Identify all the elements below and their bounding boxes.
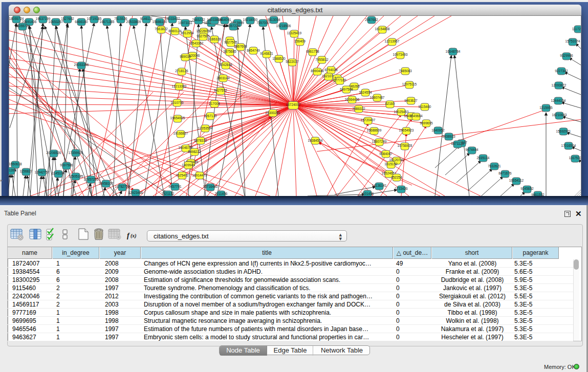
svg-text:12505185: 12505185 <box>69 174 83 178</box>
svg-text:9474444: 9474444 <box>465 148 478 151</box>
svg-text:6871123: 6871123 <box>451 142 464 145</box>
svg-text:10807487: 10807487 <box>370 96 385 99</box>
svg-text:29053346: 29053346 <box>74 63 89 67</box>
svg-text:9329966: 9329966 <box>560 54 573 57</box>
svg-text:9327505: 9327505 <box>224 40 237 44</box>
svg-text:156409: 156409 <box>294 39 306 43</box>
svg-text:1527602: 1527602 <box>61 17 74 20</box>
svg-text:2867608: 2867608 <box>234 45 247 48</box>
svg-text:17957255: 17957255 <box>84 178 99 181</box>
svg-text:7485083: 7485083 <box>399 69 412 73</box>
svg-text:16782759: 16782759 <box>115 185 130 188</box>
svg-text:16033809: 16033809 <box>207 18 222 21</box>
svg-text:10958107: 10958107 <box>99 182 114 185</box>
svg-text:8427552: 8427552 <box>214 89 227 92</box>
svg-text:10688609: 10688609 <box>367 128 382 132</box>
svg-text:14136141: 14136141 <box>372 184 387 187</box>
svg-text:15226058: 15226058 <box>197 29 211 33</box>
svg-text:1167533: 1167533 <box>569 156 581 160</box>
svg-text:f: f <box>127 232 130 239</box>
svg-text:9084067: 9084067 <box>379 152 393 156</box>
svg-text:12444154: 12444154 <box>551 99 566 102</box>
svg-text:8813054: 8813054 <box>267 18 280 21</box>
svg-text:7632621: 7632621 <box>488 164 501 168</box>
svg-text:9115460: 9115460 <box>419 105 431 108</box>
svg-text:10973493: 10973493 <box>393 53 408 56</box>
svg-text:12975115: 12975115 <box>402 82 417 86</box>
svg-text:10756928: 10756928 <box>398 144 412 147</box>
svg-text:19218000: 19218000 <box>243 18 258 21</box>
svg-text:8454749: 8454749 <box>247 49 260 52</box>
svg-text:1010755: 1010755 <box>170 101 184 104</box>
svg-text:1156827: 1156827 <box>20 169 33 173</box>
svg-text:5938923: 5938923 <box>442 135 455 138</box>
svg-text:16543362: 16543362 <box>189 41 204 45</box>
svg-text:2935114: 2935114 <box>477 156 490 160</box>
svg-text:19384554: 19384554 <box>308 139 323 142</box>
svg-text:16914479: 16914479 <box>192 173 207 177</box>
svg-text:18807249: 18807249 <box>372 140 387 143</box>
svg-text:989034: 989034 <box>180 55 191 58</box>
svg-text:3624554: 3624554 <box>359 91 372 94</box>
svg-text:2087682: 2087682 <box>365 18 378 21</box>
svg-text:62160: 62160 <box>385 102 395 105</box>
svg-text:19166827: 19166827 <box>173 132 188 135</box>
svg-text:12093872: 12093872 <box>552 83 567 87</box>
svg-text:12213967: 12213967 <box>385 39 400 43</box>
svg-text:2718126: 2718126 <box>175 69 188 73</box>
svg-text:15720407: 15720407 <box>361 118 376 122</box>
svg-text:3875685: 3875685 <box>223 50 236 53</box>
svg-text:16671385: 16671385 <box>100 20 115 24</box>
svg-text:9146821: 9146821 <box>260 52 273 55</box>
svg-text:12942757: 12942757 <box>35 170 50 174</box>
svg-text:15886100: 15886100 <box>153 20 167 24</box>
svg-text:8186328: 8186328 <box>208 37 221 41</box>
svg-text:7357000: 7357000 <box>256 21 270 25</box>
svg-text:17359926: 17359926 <box>69 151 83 155</box>
svg-text:9227342: 9227342 <box>555 69 568 73</box>
svg-text:9463627: 9463627 <box>404 99 418 102</box>
svg-text:12353594: 12353594 <box>198 126 213 130</box>
svg-text:6497568: 6497568 <box>340 87 353 91</box>
svg-text:1550618: 1550618 <box>9 162 22 166</box>
svg-text:3921132: 3921132 <box>162 192 175 195</box>
svg-text:9245652: 9245652 <box>520 187 534 190</box>
svg-text:19654925: 19654925 <box>170 116 185 120</box>
svg-text:8471676: 8471676 <box>498 171 512 175</box>
svg-text:1615152: 1615152 <box>384 162 398 166</box>
svg-text:1409949: 1409949 <box>182 163 195 167</box>
svg-text:10025453: 10025453 <box>394 110 409 114</box>
svg-text:8660124: 8660124 <box>168 29 182 33</box>
svg-text:1117264: 1117264 <box>572 27 581 31</box>
svg-text:7955812: 7955812 <box>315 58 329 61</box>
svg-text:16033477: 16033477 <box>165 17 180 20</box>
svg-text:7663822: 7663822 <box>155 27 168 31</box>
svg-text:217004: 217004 <box>209 102 220 105</box>
svg-text:6961758: 6961758 <box>306 50 319 53</box>
svg-text:18724007: 18724007 <box>286 103 301 106</box>
svg-text:9397586: 9397586 <box>60 163 73 167</box>
svg-text:8878332: 8878332 <box>194 139 207 142</box>
svg-text:2803144: 2803144 <box>216 76 230 80</box>
svg-text:8912954: 8912954 <box>181 31 194 35</box>
svg-text:1145194: 1145194 <box>52 171 65 175</box>
svg-text:2211456: 2211456 <box>215 192 228 195</box>
svg-text:19218506: 19218506 <box>276 24 291 28</box>
svg-text:17016504: 17016504 <box>561 144 576 147</box>
svg-text:6466160: 6466160 <box>75 20 88 24</box>
svg-text:16648784: 16648784 <box>446 50 461 53</box>
svg-text:7986322: 7986322 <box>352 107 365 111</box>
svg-text:9457791: 9457791 <box>168 185 182 188</box>
svg-text:391393: 391393 <box>9 168 16 172</box>
svg-text:7515526: 7515526 <box>114 17 127 20</box>
svg-text:20533809: 20533809 <box>126 20 141 24</box>
svg-text:1549664: 1549664 <box>409 114 423 118</box>
svg-text:9777169: 9777169 <box>333 78 346 82</box>
svg-text:10654112: 10654112 <box>509 179 524 182</box>
svg-text:16154808: 16154808 <box>375 27 390 31</box>
svg-text:16210643: 16210643 <box>552 113 567 117</box>
svg-text:1101456: 1101456 <box>361 192 374 195</box>
svg-text:9699695: 9699695 <box>420 121 433 125</box>
svg-text:9242848: 9242848 <box>219 63 232 67</box>
svg-text:252254: 252254 <box>391 176 402 179</box>
